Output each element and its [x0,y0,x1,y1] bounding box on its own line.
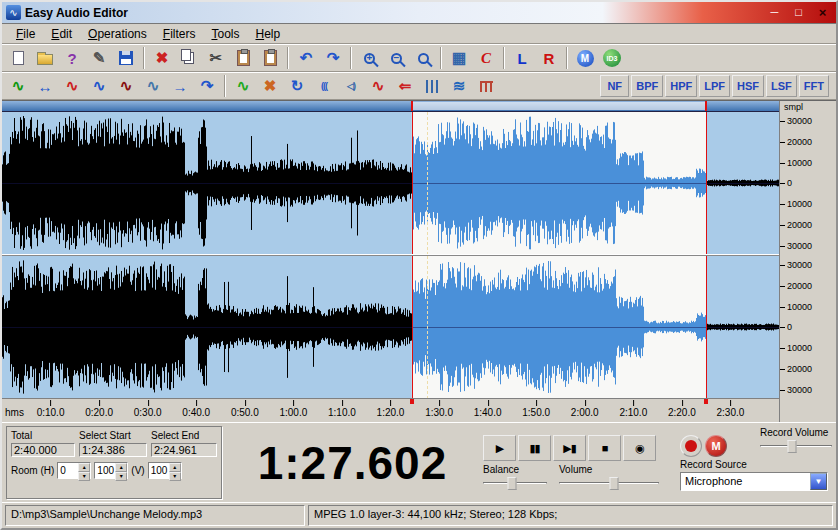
waveform-channel-right[interactable] [2,256,779,398]
room-h1-value[interactable]: 0 [58,463,78,478]
spinner-arrows: ▴ ▾ [169,463,181,478]
filter-button[interactable]: BPF [631,75,663,97]
new-file-button[interactable] [5,46,31,70]
trim-button[interactable]: ↷ [194,74,220,98]
timeline-ruler[interactable]: hms 0:10.00:20.00:30.00:40.00:50.01:00.0… [2,398,779,422]
amplify-button[interactable]: ∿ [59,74,85,98]
record-volume-slider[interactable] [760,440,832,453]
spin-down-icon[interactable]: ▾ [78,472,90,481]
record-volume-slider-thumb[interactable] [788,440,797,453]
cursor-tool-button[interactable]: ↔ [32,74,58,98]
reverse-button[interactable]: ⇐ [392,74,418,98]
fade-out-button[interactable]: ∿ [140,74,166,98]
spin-up-icon[interactable]: ▴ [169,463,181,472]
menu-item[interactable]: Filters [155,25,204,43]
spin-up-icon[interactable]: ▴ [78,463,90,472]
minimize-button[interactable]: ─ [764,5,785,21]
selection-tool-button[interactable]: ∿ [5,74,31,98]
right-channel-button[interactable]: R [536,46,562,70]
amplitude-ruler: smpl 3000020000100000100002000030000 300… [779,101,836,422]
envelope-button[interactable]: ∿ [86,74,112,98]
selection-end-flag[interactable] [704,399,708,404]
spin-down-icon[interactable]: ▾ [115,472,127,481]
zoom-out-button[interactable] [383,46,409,70]
filter-button[interactable]: LPF [699,75,730,97]
ruler-tick: 0 [780,179,836,188]
cd-tracks-button[interactable]: ▦ [446,46,472,70]
speaker-button[interactable]: ◁) [338,74,364,98]
equalizer-button[interactable] [419,74,445,98]
room-h2-spinner[interactable]: 100 ▴ ▾ [94,462,128,479]
comb-filter-button[interactable] [473,74,499,98]
window-title: Easy Audio Editor [25,6,128,20]
zoom-in-button[interactable] [356,46,382,70]
volume-slider-thumb[interactable] [610,477,619,490]
spin-up-icon[interactable]: ▴ [115,463,127,472]
menu-item[interactable]: Tools [203,25,247,43]
record-source-select[interactable]: Microphone ▼ [680,472,828,491]
loop-play-button[interactable]: ◉ [623,435,656,461]
copy-button[interactable] [176,46,202,70]
overview-bar[interactable] [2,101,779,112]
normalize-button[interactable]: ∿ [230,74,256,98]
volume-slider[interactable] [559,477,659,490]
swap-channels-button[interactable]: ✖ [257,74,283,98]
waveform-channel-left[interactable] [2,112,779,254]
pause-button[interactable]: ▮▮ [518,435,551,461]
fade-in-button[interactable]: ∿ [113,74,139,98]
help-button[interactable]: ? [59,46,85,70]
play-button[interactable]: ▶ [483,435,516,461]
filter-button[interactable]: LSF [766,75,797,97]
room-h2-value[interactable]: 100 [95,463,115,478]
time-position-display: 1:27.602 [227,426,478,499]
loop-button[interactable]: ↻ [284,74,310,98]
save-button[interactable] [113,46,139,70]
left-channel-button[interactable]: L [509,46,535,70]
close-button[interactable]: × [812,5,833,21]
id3-editor-button[interactable]: ID3 [599,46,625,70]
record-button[interactable] [680,435,702,457]
filter-button[interactable]: NF [600,75,629,97]
open-file-button[interactable] [32,46,58,70]
noise-reduction-button[interactable]: ∿ [365,74,391,98]
redo-button[interactable]: ↷ [320,46,346,70]
stop-button[interactable]: ■ [588,435,621,461]
paste-button[interactable] [230,46,256,70]
title-bar[interactable]: ∿ Easy Audio Editor ─□× [2,2,836,24]
selection-start-marker[interactable] [411,101,413,111]
room-h1-spinner[interactable]: 0 ▴ ▾ [57,462,91,479]
menu-item[interactable]: Operations [80,25,155,43]
zoom-full-button[interactable] [410,46,436,70]
filter-button[interactable]: FFT [799,75,829,97]
selection-start-flag[interactable] [410,399,414,404]
dropdown-button[interactable]: ▼ [810,473,827,490]
spin-down-icon[interactable]: ▾ [169,472,181,481]
maximize-button[interactable]: □ [788,5,809,21]
room-v-value[interactable]: 100 [149,463,169,478]
play-from-cursor-button[interactable]: ▶▮ [553,435,586,461]
delete-button[interactable]: ✖ [149,46,175,70]
phaser-button[interactable]: ≋ [446,74,472,98]
paste-new-button[interactable] [257,46,283,70]
echo-button[interactable]: ((( [311,74,337,98]
selection-end-marker[interactable] [705,101,707,111]
convert-button[interactable]: C [473,46,499,70]
menu-item[interactable]: Help [247,25,288,43]
ruler-tick: 30000 [780,117,836,126]
menu-item[interactable]: Edit [43,25,80,43]
filter-buttons: NFBPFHPFLPFHSFLSFFFT [600,75,833,97]
filter-button[interactable]: HPF [665,75,697,97]
undo-button[interactable]: ↶ [293,46,319,70]
monitor-button[interactable]: M [705,435,727,457]
menu-item[interactable]: File [8,25,43,43]
insert-silence-button[interactable]: → [167,74,193,98]
balance-slider[interactable] [483,477,547,490]
room-v-spinner[interactable]: 100 ▴ ▾ [148,462,182,479]
cut-button[interactable]: ✂ [203,46,229,70]
filter-button[interactable]: HSF [732,75,764,97]
balance-slider-thumb[interactable] [507,477,516,490]
mono-button[interactable]: M [572,46,598,70]
timeline-tick: 2:10.0 [619,407,647,418]
edit-button[interactable]: ✎ [86,46,112,70]
record-volume-label: Record Volume [760,427,828,438]
